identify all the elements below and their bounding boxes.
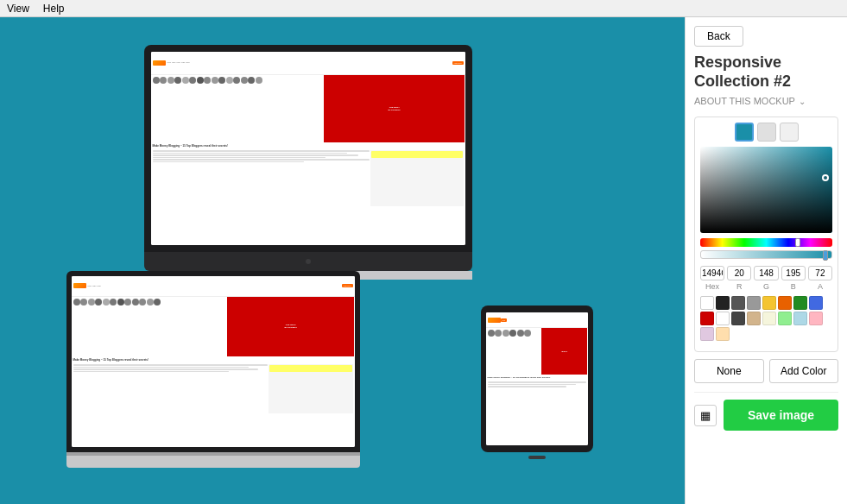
laptop-preview-hero-text: THE BESTBLOGGERS (285, 324, 297, 329)
swatch-blue[interactable] (809, 296, 823, 310)
ipad-preview-logo (488, 318, 501, 323)
a-input[interactable] (808, 266, 832, 280)
swatch-gray[interactable] (731, 296, 745, 310)
laptop-bezel: Nav Nav Nav Subscribe (66, 271, 360, 452)
laptop-preview-content (72, 363, 355, 414)
none-button[interactable]: None (694, 359, 764, 383)
hue-thumb[interactable] (795, 238, 800, 247)
swatch-orange[interactable] (778, 296, 792, 310)
opacity-slider[interactable] (700, 250, 832, 259)
g-input[interactable] (754, 266, 778, 280)
swatch-dark2[interactable] (731, 312, 745, 325)
hex-input[interactable] (700, 266, 724, 280)
a-label: A (818, 282, 823, 291)
r-value-box: R (727, 266, 751, 291)
laptop-device: Nav Nav Nav Subscribe (66, 271, 360, 468)
b-label: B (791, 282, 796, 291)
menu-help[interactable]: Help (43, 3, 65, 15)
hex-label: Hex (705, 282, 719, 291)
g-label: G (763, 282, 769, 291)
add-color-button[interactable]: Add Color (769, 359, 839, 383)
swatch-lightblue[interactable] (793, 312, 807, 325)
ipad-bezel: Sub (481, 306, 593, 452)
ipad-preview-hero-text: BEST (562, 350, 568, 353)
crop-icon: ▦ (700, 409, 711, 422)
swatch-beige[interactable] (762, 312, 776, 325)
b-value-box: B (781, 266, 806, 291)
ipad-preview-photos (486, 328, 542, 375)
swatch-silver[interactable] (747, 296, 761, 310)
about-mockup-row[interactable]: ABOUT THIS MOCKUP ⌄ (694, 96, 838, 106)
ipad-website-preview: Sub (486, 312, 588, 445)
preview-photos (151, 75, 324, 142)
laptop-preview-hero: THE BESTBLOGGERS (72, 297, 355, 356)
swatch-tan[interactable] (747, 312, 761, 325)
crop-icon-button[interactable]: ▦ (694, 405, 717, 426)
save-image-button[interactable]: Save image (724, 400, 838, 431)
laptop-preview-logo (73, 283, 86, 288)
swatch-green[interactable] (793, 296, 807, 310)
laptop-preview-title: Make Money Blogging – 15 Top Bloggers re… (72, 356, 355, 363)
swatch-white2[interactable] (716, 312, 730, 325)
ipad-device: Sub (481, 306, 593, 459)
swatch-pink[interactable] (809, 312, 823, 325)
color-swatch-lighter[interactable] (780, 123, 799, 142)
ipad-home-bar (528, 456, 546, 459)
ipad-preview-title: Make Money Blogging – 15 Top Bloggers re… (486, 375, 588, 381)
swatch-yellow[interactable] (762, 296, 776, 310)
color-values-row: Hex R G B A (700, 266, 832, 291)
hex-value-box: Hex (700, 266, 724, 291)
preview-hero-right: THE BESTBLOGGERS (324, 75, 465, 142)
swatch-peach[interactable] (716, 327, 730, 341)
g-value-box: G (754, 266, 778, 291)
ipad-preview-btn: Sub (501, 318, 508, 322)
color-swatch-light[interactable] (757, 123, 776, 142)
a-value-box: A (808, 266, 832, 291)
laptop-base (66, 456, 360, 468)
selected-color-swatch[interactable] (735, 123, 754, 142)
laptop-website-preview: Nav Nav Nav Subscribe (72, 276, 355, 447)
menu-view[interactable]: View (7, 3, 29, 15)
panel-buttons: None Add Color (694, 359, 838, 383)
main-layout: Nav Nav Nav Nav Nav Subscribe (0, 17, 847, 504)
back-button[interactable]: Back (694, 26, 743, 47)
color-swatches-grid (700, 296, 832, 341)
devices-container: Nav Nav Nav Nav Nav Subscribe (41, 36, 645, 485)
ipad-preview-content (486, 381, 588, 420)
preview-hero: THE BESTBLOGGERS (151, 75, 465, 142)
panel-title: Responsive Collection #2 (694, 54, 838, 91)
color-cursor[interactable] (822, 174, 829, 181)
right-panel: Back Responsive Collection #2 ABOUT THIS… (685, 17, 847, 504)
r-input[interactable] (727, 266, 751, 280)
preview-content (151, 149, 465, 207)
preview-logo (153, 60, 166, 66)
laptop-preview-photos (72, 297, 227, 356)
color-gradient-picker[interactable] (700, 147, 832, 233)
chevron-down-icon: ⌄ (799, 97, 806, 106)
ipad-preview-hero: BEST (486, 328, 588, 375)
swatch-dark[interactable] (716, 296, 730, 310)
laptop-preview-hero-right: THE BESTBLOGGERS (227, 297, 355, 356)
opacity-thumb[interactable] (823, 250, 828, 261)
imac-camera (306, 259, 311, 264)
laptop-preview-btn: Subscribe (342, 284, 353, 287)
imac-website-preview: Nav Nav Nav Nav Nav Subscribe (151, 52, 465, 245)
swatch-red[interactable] (700, 312, 714, 325)
hue-slider[interactable] (700, 238, 832, 247)
laptop-preview-nav: Nav Nav Nav (88, 285, 342, 287)
color-swatch-row (700, 123, 832, 142)
canvas-area: Nav Nav Nav Nav Nav Subscribe (0, 17, 685, 504)
swatch-white[interactable] (700, 296, 714, 310)
laptop-screen: Nav Nav Nav Subscribe (72, 276, 355, 447)
preview-hero-text: THE BESTBLOGGERS (388, 106, 400, 111)
preview-nav: Nav Nav Nav Nav Nav (168, 61, 452, 64)
preview-title: Make Money Blogging – 15 Top Bloggers re… (151, 142, 465, 149)
swatch-lightgreen[interactable] (778, 312, 792, 325)
imac-chin (144, 252, 472, 271)
bottom-toolbar: ▦ Save image (694, 392, 838, 431)
swatch-lavender[interactable] (700, 327, 714, 341)
menubar: View Help (0, 0, 847, 17)
about-mockup-label: ABOUT THIS MOCKUP (694, 96, 795, 106)
b-input[interactable] (781, 266, 806, 280)
preview-btn: Subscribe (452, 61, 464, 65)
